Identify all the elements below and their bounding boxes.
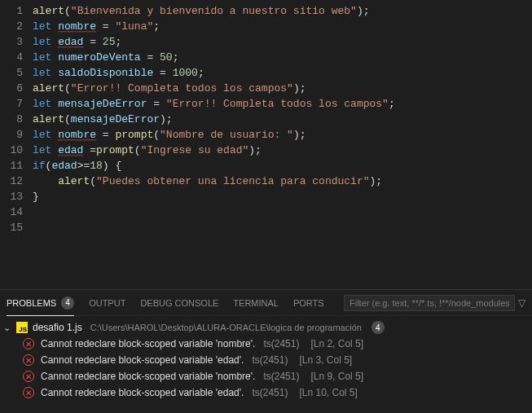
code-token: let: [33, 20, 58, 33]
code-token: numeroDeVenta: [58, 51, 140, 64]
code-token: =: [83, 36, 102, 48]
problem-message: Cannot redeclare block-scoped variable '…: [41, 387, 244, 398]
error-icon: ✕: [23, 387, 34, 398]
problem-row[interactable]: ✕Cannot redeclare block-scoped variable …: [0, 336, 532, 352]
code-token: ;: [389, 98, 395, 110]
code-token: ): [248, 144, 255, 156]
error-icon: ✕: [23, 371, 34, 382]
code-token: 25: [103, 36, 116, 48]
code-token: edad: [58, 36, 83, 49]
code-token: let: [33, 67, 58, 79]
line-number: 10: [0, 143, 23, 158]
problem-location: [Ln 9, Col 5]: [310, 371, 363, 382]
code-token: alert: [58, 175, 90, 187]
problem-code: ts(2451): [252, 354, 288, 366]
problem-code: ts(2451): [263, 371, 299, 382]
code-token: >=: [77, 160, 90, 172]
problem-row[interactable]: ✕Cannot redeclare block-scoped variable …: [0, 384, 532, 401]
code-token: 50: [160, 51, 173, 64]
code-token: saldoDisponible: [58, 67, 153, 79]
problem-row[interactable]: ✕Cannot redeclare block-scoped variable …: [0, 352, 532, 368]
code-token: ;: [166, 113, 173, 125]
code-token: =: [83, 144, 96, 156]
code-token: ;: [173, 51, 179, 64]
code-token: ): [293, 82, 300, 94]
code-token: ): [357, 5, 363, 17]
code-line[interactable]: let nombre = prompt("Nombre de usuario: …: [33, 127, 532, 143]
error-icon: ✕: [23, 354, 34, 366]
problems-list[interactable]: ⌄ JS desafio 1.js C:\Users\HAROL\Desktop…: [0, 316, 532, 413]
code-token: prompt: [96, 144, 134, 156]
code-token: (: [134, 144, 141, 156]
problem-location: [Ln 2, Col 5]: [310, 338, 363, 349]
code-token: let: [33, 98, 58, 110]
code-line[interactable]: let mensajeDeError = "Error!! Completa t…: [33, 96, 532, 112]
code-token: edad: [51, 160, 77, 172]
code-token: ;: [255, 144, 262, 156]
tab-ports[interactable]: PORTS: [293, 290, 324, 315]
code-token: ;: [115, 36, 121, 48]
code-line[interactable]: let edad =prompt("Ingrese su edad");: [33, 143, 532, 158]
code-token: mensajeDeError: [58, 98, 147, 110]
panel-tabbar: PROBLEMS 4 OUTPUT DEBUG CONSOLE TERMINAL…: [0, 290, 532, 316]
code-line[interactable]: let numeroDeVenta = 50;: [33, 50, 532, 65]
code-token: ;: [300, 82, 306, 94]
code-line[interactable]: [33, 204, 532, 220]
line-number: 2: [0, 19, 23, 34]
code-line[interactable]: alert("Bienvenida y bienvenido a nuestro…: [33, 3, 532, 19]
code-line[interactable]: let saldoDisponible = 1000;: [33, 65, 532, 81]
code-token: ;: [376, 175, 382, 187]
line-number: 13: [0, 189, 23, 204]
code-token: ;: [153, 20, 160, 33]
code-token: nombre: [58, 129, 96, 142]
code-editor[interactable]: 123456789101112131415 alert("Bienvenida …: [0, 0, 532, 289]
problem-location: [Ln 10, Col 5]: [299, 387, 357, 398]
filter-funnel-icon[interactable]: ▽: [518, 297, 525, 309]
code-token: alert: [33, 113, 64, 125]
file-problem-count-badge: 4: [372, 321, 385, 334]
line-number: 3: [0, 34, 23, 50]
code-token: if: [33, 160, 46, 172]
line-number: 15: [0, 220, 23, 235]
problem-row[interactable]: ✕Cannot redeclare block-scoped variable …: [0, 368, 532, 384]
code-line[interactable]: let nombre = "luna";: [33, 19, 532, 34]
code-token: }: [33, 191, 39, 203]
line-number: 12: [0, 174, 23, 189]
bottom-panel: PROBLEMS 4 OUTPUT DEBUG CONSOLE TERMINAL…: [0, 289, 532, 413]
code-line[interactable]: [33, 220, 532, 235]
code-token: (: [64, 5, 71, 17]
problems-filter-input[interactable]: [344, 295, 515, 311]
problems-file-name: desafio 1.js: [33, 322, 82, 333]
code-token: =: [153, 67, 172, 79]
code-line[interactable]: }: [33, 189, 532, 204]
tab-output[interactable]: OUTPUT: [89, 290, 125, 315]
problems-file-row[interactable]: ⌄ JS desafio 1.js C:\Users\HAROL\Desktop…: [0, 319, 532, 336]
code-token: let: [33, 129, 58, 141]
problem-message: Cannot redeclare block-scoped variable '…: [41, 371, 255, 382]
tab-terminal[interactable]: TERMINAL: [233, 290, 279, 315]
code-token: "Puedes obtener una licencia para conduc…: [96, 175, 369, 187]
problems-count-badge: 4: [61, 297, 74, 310]
chevron-down-icon: ⌄: [3, 323, 11, 333]
code-line[interactable]: alert("Puedes obtener una licencia para …: [33, 174, 532, 189]
code-line[interactable]: if(edad>=18) {: [33, 158, 532, 174]
code-token: let: [33, 36, 58, 48]
error-icon: ✕: [23, 338, 34, 349]
code-line[interactable]: alert("Error!! Completa todos los campos…: [33, 81, 532, 96]
line-number: 11: [0, 158, 23, 174]
code-line[interactable]: let edad = 25;: [33, 34, 532, 50]
code-token: mensajeDeError: [71, 113, 160, 125]
tab-debug-console[interactable]: DEBUG CONSOLE: [140, 290, 218, 315]
code-token: (: [64, 82, 71, 94]
tab-problems[interactable]: PROBLEMS 4: [7, 291, 74, 316]
line-number: 7: [0, 96, 23, 112]
code-token: alert: [33, 5, 64, 17]
line-number: 5: [0, 65, 23, 81]
javascript-file-icon: JS: [16, 322, 28, 333]
problems-file-path: C:\Users\HAROL\Desktop\ALURA-ORACLE\logi…: [90, 323, 362, 332]
code-line[interactable]: alert(mensajeDeError);: [33, 112, 532, 127]
problem-code: ts(2451): [263, 338, 299, 349]
code-token: ;: [198, 67, 204, 79]
line-number: 4: [0, 50, 23, 65]
code-area[interactable]: alert("Bienvenida y bienvenido a nuestro…: [33, 3, 532, 289]
